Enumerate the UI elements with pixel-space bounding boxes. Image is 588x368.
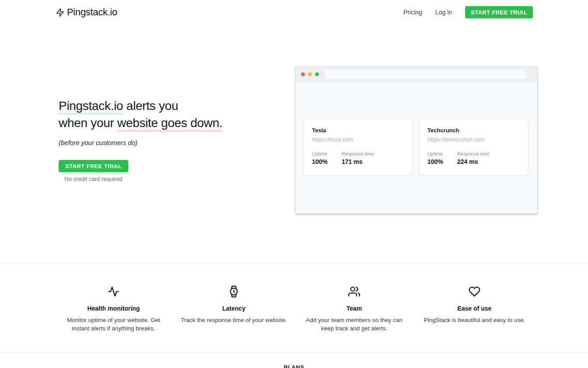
- feature-title: Health monitoring: [59, 305, 168, 312]
- hero-heading-highlight-pink: website goes down.: [117, 116, 223, 132]
- uptime-label: Uptime: [312, 151, 342, 156]
- browser-url-bar: [325, 70, 525, 79]
- response-time-value: 171 ms: [342, 158, 374, 165]
- traffic-light-red-icon: [301, 72, 305, 76]
- plans-section: PLANS: [0, 353, 588, 368]
- watch-icon: [179, 285, 289, 297]
- activity-icon: [59, 285, 168, 297]
- browser-content: Tesla https://tesla.com Uptime 100% Resp…: [296, 82, 537, 175]
- response-time-label: Response time: [457, 151, 489, 156]
- uptime-stat: Uptime 100%: [312, 151, 342, 165]
- feature-team: Team Add your team members so they can k…: [299, 285, 409, 333]
- hero-heading-highlight-green: Pingstack.io: [59, 99, 123, 115]
- uptime-label: Uptime: [427, 151, 457, 156]
- logo[interactable]: Pingstack.io: [56, 7, 117, 18]
- start-free-trial-button-hero[interactable]: START FREE TRIAL: [59, 160, 128, 172]
- browser-title-bar: [296, 67, 537, 82]
- start-free-trial-button-header[interactable]: START FREE TRIAL: [465, 6, 533, 18]
- feature-ease-of-use: Ease of use PingStack is beautiful and e…: [420, 285, 529, 333]
- uptime-stat: Uptime 100%: [427, 151, 457, 165]
- monitor-name: Tesla: [312, 127, 404, 134]
- zap-icon: [56, 8, 65, 17]
- nav-link-pricing[interactable]: Pricing: [403, 9, 422, 16]
- features-section: Health monitoring Monitor uptime of your…: [0, 263, 588, 353]
- traffic-light-green-icon: [315, 72, 319, 76]
- hero-heading: Pingstack.io alerts youwhen your website…: [59, 97, 223, 131]
- response-time-value: 224 ms: [457, 158, 489, 165]
- uptime-value: 100%: [312, 158, 342, 165]
- response-time-stat: Response time 224 ms: [457, 151, 489, 165]
- monitor-card-tesla: Tesla https://tesla.com Uptime 100% Resp…: [304, 120, 412, 175]
- browser-mockup: Tesla https://tesla.com Uptime 100% Resp…: [295, 66, 538, 214]
- monitor-card-techcrunch: Techcrunch https://techcrunch.com Uptime…: [420, 120, 528, 175]
- hero-text-block: Pingstack.io alerts youwhen your website…: [59, 97, 223, 183]
- response-time-label: Response time: [342, 151, 374, 156]
- nav-link-login[interactable]: Log in: [435, 9, 452, 16]
- no-credit-card-note: No credit card required: [59, 176, 128, 182]
- hero-section: Pingstack.io alerts youwhen your website…: [0, 25, 588, 263]
- uptime-value: 100%: [427, 158, 457, 165]
- feature-description: PingStack is beautiful and easy to use.: [420, 316, 529, 324]
- monitor-url: https://techcrunch.com: [427, 136, 520, 143]
- features-grid: Health monitoring Monitor uptime of your…: [59, 285, 529, 333]
- hero-heading-line2-prefix: when your: [59, 116, 117, 130]
- hero-heading-line1-rest: alerts you: [123, 99, 178, 113]
- traffic-light-yellow-icon: [308, 72, 312, 76]
- feature-description: Monitor uptime of your website. Get inst…: [59, 316, 168, 333]
- logo-text: Pingstack.io: [67, 7, 117, 18]
- header: Pingstack.io Pricing Log in START FREE T…: [0, 0, 588, 25]
- users-icon: [299, 285, 409, 297]
- header-nav: Pricing Log in START FREE TRIAL: [403, 6, 533, 18]
- monitor-stats: Uptime 100% Response time 171 ms: [312, 151, 404, 165]
- hero-subheading: (before your customers do): [59, 139, 223, 146]
- feature-health-monitoring: Health monitoring Monitor uptime of your…: [59, 285, 168, 333]
- feature-latency: Latency Track the response time of your …: [179, 285, 289, 333]
- response-time-stat: Response time 171 ms: [342, 151, 374, 165]
- heart-icon: [420, 285, 529, 297]
- monitor-stats: Uptime 100% Response time 224 ms: [427, 151, 520, 165]
- monitor-url: https://tesla.com: [312, 136, 404, 143]
- feature-description: Track the response time of your website.: [179, 316, 289, 324]
- hero-cta-group: START FREE TRIAL No credit card required: [59, 160, 128, 182]
- feature-title: Team: [299, 305, 409, 312]
- feature-title: Latency: [179, 305, 289, 312]
- plans-title: PLANS: [0, 364, 588, 368]
- feature-title: Ease of use: [420, 305, 529, 312]
- monitor-name: Techcrunch: [427, 127, 520, 134]
- feature-description: Add your team members so they can keep t…: [299, 316, 409, 333]
